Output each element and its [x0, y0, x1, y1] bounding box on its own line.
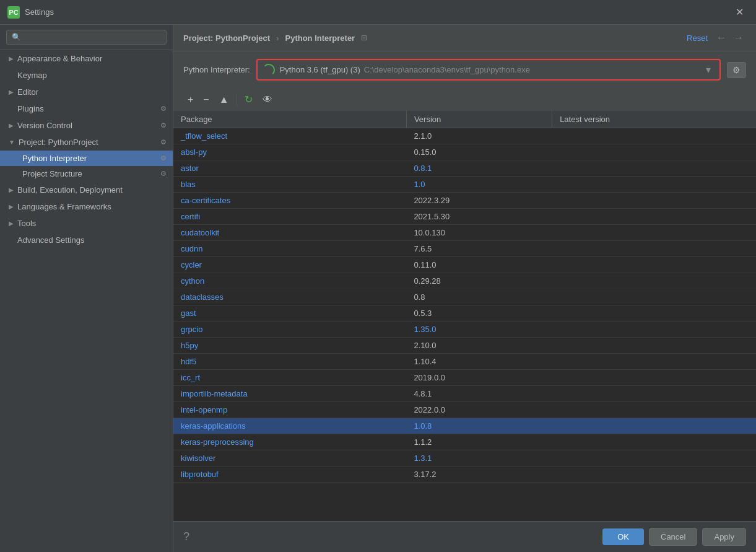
- show-paths-button[interactable]: 👁: [258, 92, 277, 107]
- package-table-container[interactable]: Package Version Latest version _tflow_se…: [173, 111, 756, 521]
- interpreter-name: Python 3.6 (tf_gpu) (3): [280, 65, 360, 74]
- table-row[interactable]: kiwisolver1.3.1: [173, 450, 756, 467]
- sidebar-search-container: [0, 25, 173, 50]
- close-button[interactable]: ✕: [731, 4, 749, 20]
- sidebar-item-label: Project Structure: [22, 169, 158, 178]
- package-name-cell: kiwisolver: [173, 450, 406, 467]
- interpreter-spinner: [263, 64, 275, 76]
- package-latest-cell: [552, 128, 756, 144]
- sidebar-item-label: Project: PythonProject: [19, 138, 158, 147]
- package-name-cell: certifi: [173, 209, 406, 225]
- table-row[interactable]: keras-applications1.0.8: [173, 418, 756, 434]
- apply-button[interactable]: Apply: [702, 528, 746, 546]
- sidebar-item-editor[interactable]: ▶ Editor: [0, 84, 173, 100]
- package-name-cell: keras-preprocessing: [173, 434, 406, 450]
- table-row[interactable]: intel-openmp2022.0.0: [173, 402, 756, 418]
- package-name-cell: dataclasses: [173, 289, 406, 305]
- package-name-cell: importlib-metadata: [173, 386, 406, 402]
- search-input[interactable]: [6, 30, 167, 45]
- cancel-button[interactable]: Cancel: [649, 528, 697, 546]
- forward-button[interactable]: →: [731, 31, 746, 45]
- package-name-cell: cycler: [173, 257, 406, 273]
- package-latest-cell: [552, 450, 756, 467]
- table-row[interactable]: blas1.0: [173, 177, 756, 193]
- package-version-cell: 2.1.0: [406, 128, 552, 144]
- sidebar-item-label: Version Control: [17, 121, 158, 130]
- table-row[interactable]: keras-preprocessing1.1.2: [173, 434, 756, 450]
- sidebar-item-tools[interactable]: ▶ Tools: [0, 215, 173, 232]
- settings-icon: ⚙: [160, 138, 167, 146]
- package-latest-cell: [552, 160, 756, 177]
- package-name-cell: h5py: [173, 338, 406, 354]
- sidebar-item-advanced-settings[interactable]: ▶ Advanced Settings: [0, 232, 173, 248]
- table-row[interactable]: cudnn7.6.5: [173, 241, 756, 257]
- column-header-version[interactable]: Version: [406, 111, 552, 128]
- package-name-cell: keras-applications: [173, 418, 406, 434]
- table-row[interactable]: _tflow_select2.1.0: [173, 128, 756, 144]
- add-package-button[interactable]: +: [183, 92, 198, 107]
- table-row[interactable]: gast0.5.3: [173, 305, 756, 322]
- back-button[interactable]: ←: [714, 31, 729, 45]
- sidebar-item-build[interactable]: ▶ Build, Execution, Deployment: [0, 182, 173, 198]
- table-row[interactable]: hdf51.10.4: [173, 354, 756, 370]
- reset-button[interactable]: Reset: [683, 32, 711, 44]
- sidebar-item-appearance[interactable]: ▶ Appearance & Behavior: [0, 50, 173, 67]
- arrow-icon: ▼: [9, 139, 15, 146]
- sidebar-item-label: Advanced Settings: [17, 235, 167, 245]
- remove-package-button[interactable]: −: [199, 92, 213, 107]
- help-button[interactable]: ?: [183, 530, 189, 543]
- table-row[interactable]: cycler0.11.0: [173, 257, 756, 273]
- table-row[interactable]: ca-certificates2022.3.29: [173, 193, 756, 209]
- table-row[interactable]: grpcio1.35.0: [173, 322, 756, 338]
- package-name-cell: absl-py: [173, 144, 406, 160]
- refresh-button[interactable]: ↻: [240, 92, 257, 107]
- package-version-cell: 0.8: [406, 289, 552, 305]
- sidebar-item-languages[interactable]: ▶ Languages & Frameworks: [0, 198, 173, 215]
- ok-button[interactable]: OK: [602, 528, 644, 545]
- sidebar-item-project-structure[interactable]: Project Structure ⚙: [0, 166, 173, 182]
- sidebar-item-project[interactable]: ▼ Project: PythonProject ⚙: [0, 134, 173, 151]
- sidebar-item-plugins[interactable]: ▶ Plugins ⚙: [0, 100, 173, 117]
- table-row[interactable]: dataclasses0.8: [173, 289, 756, 305]
- sidebar-item-keymap[interactable]: ▶ Keymap: [0, 67, 173, 84]
- table-row[interactable]: h5py2.10.0: [173, 338, 756, 354]
- table-row[interactable]: importlib-metadata4.8.1: [173, 386, 756, 402]
- sidebar-item-label: Editor: [17, 87, 167, 97]
- move-up-button[interactable]: ▲: [215, 92, 233, 107]
- sidebar-item-version-control[interactable]: ▶ Version Control ⚙: [0, 117, 173, 134]
- package-version-cell: 2019.0.0: [406, 370, 552, 386]
- package-latest-cell: [552, 193, 756, 209]
- package-latest-cell: [552, 434, 756, 450]
- column-header-latest[interactable]: Latest version: [552, 111, 756, 128]
- package-version-cell: 1.1.2: [406, 434, 552, 450]
- interpreter-selector[interactable]: Python 3.6 (tf_gpu) (3) C:\develop\anaco…: [256, 59, 721, 81]
- app-icon: PC: [7, 6, 20, 19]
- column-header-package[interactable]: Package: [173, 111, 406, 128]
- table-row[interactable]: cudatoolkit10.0.130: [173, 225, 756, 241]
- table-row[interactable]: absl-py0.15.0: [173, 144, 756, 160]
- table-row[interactable]: icc_rt2019.0.0: [173, 370, 756, 386]
- sidebar-item-label: Languages & Frameworks: [17, 202, 167, 211]
- breadcrumb-project[interactable]: Project: PythonProject: [183, 33, 270, 43]
- package-name-cell: blas: [173, 177, 406, 193]
- package-latest-cell: [552, 257, 756, 273]
- sidebar-item-label: Tools: [17, 219, 167, 228]
- sidebar-item-label: Appearance & Behavior: [17, 54, 167, 63]
- interpreter-dropdown-button[interactable]: ▾: [702, 63, 715, 77]
- package-version-cell: 2022.0.0: [406, 402, 552, 418]
- package-version-cell: 0.8.1: [406, 160, 552, 177]
- arrow-icon: ▶: [9, 203, 14, 210]
- table-row[interactable]: astor0.8.1: [173, 160, 756, 177]
- table-row[interactable]: cython0.29.28: [173, 273, 756, 289]
- package-latest-cell: [552, 354, 756, 370]
- package-version-cell: 4.8.1: [406, 386, 552, 402]
- panel-header: Project: PythonProject › Python Interpre…: [173, 25, 756, 51]
- table-row[interactable]: libprotobuf3.17.2: [173, 467, 756, 483]
- sidebar-item-python-interpreter[interactable]: Python Interpreter ⚙: [0, 151, 173, 166]
- package-latest-cell: [552, 402, 756, 418]
- package-latest-cell: [552, 322, 756, 338]
- package-latest-cell: [552, 209, 756, 225]
- interpreter-settings-button[interactable]: ⚙: [727, 62, 746, 78]
- package-version-cell: 0.11.0: [406, 257, 552, 273]
- table-row[interactable]: certifi2021.5.30: [173, 209, 756, 225]
